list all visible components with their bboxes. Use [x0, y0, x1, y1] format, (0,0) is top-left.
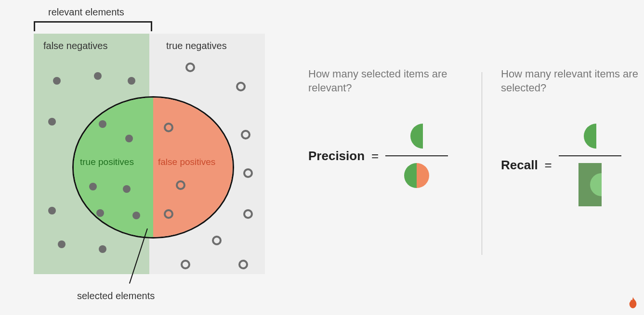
dot-tp	[125, 135, 133, 142]
equals-sign: =	[545, 158, 552, 173]
recall-column: How many relevant items are selected? Re…	[501, 67, 644, 206]
precision-label: Precision	[308, 149, 365, 164]
fraction-bar	[559, 155, 621, 156]
precision-column: How many selected items are relevant? Pr…	[308, 67, 467, 188]
recall-formula: Recall =	[501, 124, 644, 206]
true-negatives-label: true negatives	[166, 40, 227, 51]
dot-fp	[164, 123, 173, 132]
dot-tn	[236, 82, 246, 91]
dot-tn	[241, 130, 250, 139]
dot-tn	[243, 209, 253, 219]
selected-elements-label: selected elements	[77, 290, 155, 302]
relevant-bracket	[34, 21, 152, 31]
relevant-rect-icon	[578, 163, 602, 206]
recall-fraction	[559, 124, 621, 206]
precision-denominator-icon	[404, 163, 429, 188]
dot-tp	[132, 212, 140, 219]
flame-svg	[628, 297, 638, 309]
dot-tn	[181, 260, 190, 269]
column-divider	[482, 72, 482, 255]
flame-icon	[628, 297, 638, 312]
dot-tp	[89, 183, 97, 190]
dot-fn	[99, 245, 106, 253]
dot-fn	[94, 72, 102, 80]
dot-fn	[128, 77, 135, 85]
dot-tp	[96, 209, 104, 217]
dot-fn	[53, 77, 61, 85]
precision-fraction	[385, 124, 448, 188]
recall-question: How many relevant items are selected?	[501, 67, 644, 95]
equals-sign: =	[371, 149, 379, 164]
fraction-bar	[385, 155, 448, 156]
formulas-area: How many selected items are relevant? Pr…	[308, 67, 644, 260]
dot-fn	[48, 118, 56, 126]
dot-fn	[48, 207, 56, 214]
dot-tn	[185, 63, 195, 72]
false-negatives-label: false negatives	[43, 40, 107, 51]
dot-tp	[99, 120, 106, 128]
recall-label: Recall	[501, 158, 538, 173]
tp-half-icon	[584, 124, 596, 149]
tp-half-icon	[410, 124, 423, 149]
dot-tn	[212, 236, 222, 245]
dot-fn	[58, 240, 66, 248]
dot-tn	[238, 260, 248, 269]
dot-tn	[243, 168, 253, 178]
precision-question: How many selected items are relevant?	[308, 67, 467, 95]
dot-tp	[123, 185, 131, 193]
dot-fp	[164, 209, 173, 219]
diagram-canvas: relevant elements false negatives true n…	[0, 0, 644, 315]
precision-formula: Precision =	[308, 124, 467, 188]
selected-circle	[72, 96, 234, 239]
relevant-elements-label: relevant elements	[48, 7, 124, 18]
confusion-diagram: relevant elements false negatives true n…	[19, 5, 270, 303]
tp-inside-rect-icon	[590, 173, 602, 196]
fp-half-icon	[417, 163, 429, 188]
dot-fp	[176, 180, 185, 190]
tp-half-icon	[404, 163, 417, 188]
false-positives-label: false positives	[158, 157, 215, 167]
true-positives-label: true positives	[80, 157, 134, 167]
